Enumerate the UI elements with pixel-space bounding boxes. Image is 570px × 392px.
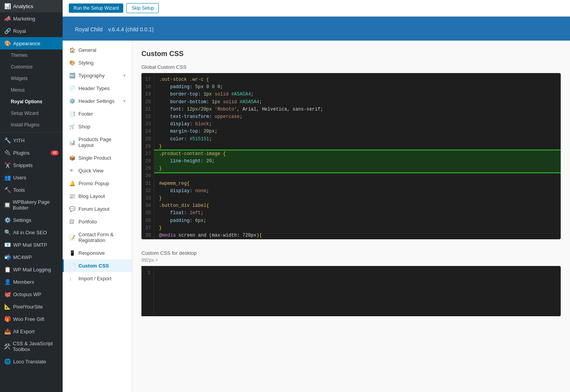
sec-sidebar-promo-popup[interactable]: 🔔 Promo Popup	[63, 177, 132, 190]
sidebar-item-royal-options[interactable]: Royal Options	[0, 96, 63, 107]
topbar: Run the Setup Wizard Skip Setup	[63, 0, 570, 17]
custom-css-icon: 📄	[69, 263, 75, 269]
sidebar-item-widgets[interactable]: Widgets	[0, 73, 63, 84]
line-numbers: 1718192021222324252627282930313233343536…	[141, 73, 154, 239]
sec-sidebar-footer[interactable]: 📑 Footer	[63, 107, 132, 120]
page-title: Royal Child v.6.4.4 (child 0.0.1)	[72, 24, 561, 34]
royal-icon: 🔗	[4, 28, 11, 34]
users-icon: 👥	[4, 174, 11, 181]
tools-icon: 🔨	[4, 187, 11, 193]
sidebar-item-loco-translate[interactable]: 🌐 Loco Translate	[0, 355, 63, 368]
members-icon: 👤	[4, 279, 11, 285]
sidebar-item-pixel-your-site[interactable]: 📐 PixelYourSite	[0, 300, 63, 313]
footer-icon: 📑	[69, 111, 75, 117]
sidebar-item-woo-free-gift[interactable]: 🎁 Woo Free Gift	[0, 313, 63, 325]
code-content[interactable]: .out-stock .wr-c { padding: 5px 0 0 0; b…	[154, 73, 561, 239]
sidebar-item-settings[interactable]: ⚙️ Settings	[0, 214, 63, 226]
mail-logging-icon: 📋	[4, 266, 11, 273]
sec-sidebar-shop[interactable]: 🛒 Shop	[63, 120, 132, 133]
global-css-section: Custom CSS Global Custom CSS 17181920212…	[141, 50, 561, 239]
sidebar-item-all-in-one-seo[interactable]: 🔍 All in One SEO	[0, 226, 63, 239]
sec-sidebar-blog-layout[interactable]: 📰 Blog Layout	[63, 190, 132, 203]
pixel-icon: 📐	[4, 303, 11, 310]
sec-sidebar-single-product[interactable]: 📦 Single Product	[63, 152, 132, 164]
sec-sidebar-responsive[interactable]: 📱 Responsive	[63, 247, 132, 259]
global-css-label: Global Custom CSS	[141, 64, 561, 70]
single-product-icon: 📦	[69, 155, 75, 161]
sidebar-item-tools[interactable]: 🔨 Tools	[0, 184, 63, 196]
blog-layout-icon: 📰	[69, 193, 75, 199]
sidebar-item-setup-wizard[interactable]: Setup Wizard	[0, 107, 63, 119]
sidebar-item-snippets[interactable]: ✂️ Snippets	[0, 159, 63, 171]
sidebar-item-css-js-toolbox[interactable]: 🛠️ CSS & JavaScript Toolbox	[0, 337, 63, 355]
settings-icon: ⚙️	[4, 217, 11, 223]
sec-sidebar-styling[interactable]: 🎨 Styling	[63, 56, 132, 69]
plugins-icon: 🔌	[4, 150, 11, 156]
products-page-icon: 📊	[69, 140, 75, 145]
sec-sidebar-typography[interactable]: 🔤 Typography ▼	[63, 69, 132, 82]
woo-gift-icon: 🎁	[4, 316, 11, 322]
quick-view-icon: 👁	[69, 168, 75, 174]
desktop-css-label: Custom CSS for desktop	[141, 250, 561, 256]
skip-setup-button[interactable]: Skip Setup	[126, 3, 159, 13]
sec-sidebar-import-export[interactable]: ↕ Import / Export	[63, 272, 132, 285]
sidebar-item-octopus-wp[interactable]: 🐙 Octopus WP	[0, 288, 63, 300]
promo-popup-icon: 🔔	[69, 181, 75, 186]
loco-icon: 🌐	[4, 358, 11, 365]
sidebar-item-wp-mail-logging[interactable]: 📋 WP Mail Logging	[0, 263, 63, 276]
sidebar-item-appearance[interactable]: 🎨 Appearance	[0, 37, 63, 49]
desktop-css-sub: 992px +	[141, 257, 561, 263]
sidebar-item-yith[interactable]: 🔧 YITH	[0, 134, 63, 147]
main-panel: Custom CSS Global Custom CSS 17181920212…	[132, 41, 570, 392]
sec-sidebar-forum-layout[interactable]: 💬 Forum Layout	[63, 203, 132, 215]
sidebar-item-all-export[interactable]: 📤 All Export	[0, 325, 63, 337]
sec-sidebar-header-types[interactable]: 📄 Header Types	[63, 82, 132, 95]
mc4wp-icon: 📬	[4, 254, 11, 260]
header-settings-arrow: ▼	[123, 99, 126, 103]
mail-smtp-icon: 📧	[4, 242, 11, 248]
sidebar-separator-1	[0, 132, 63, 133]
typography-icon: 🔤	[69, 73, 75, 78]
header-settings-icon: ⚙️	[69, 98, 75, 104]
general-icon: 🏠	[69, 47, 75, 53]
sec-sidebar-contact-form[interactable]: 📝 Contact Form & Registration	[63, 228, 132, 247]
sec-sidebar-general[interactable]: 🏠 General	[63, 44, 132, 56]
desktop-css-editor[interactable]: 1	[141, 266, 561, 316]
sidebar-item-members[interactable]: 👤 Members	[0, 276, 63, 288]
desktop-code-content[interactable]	[154, 266, 163, 316]
setup-wizard-button[interactable]: Run the Setup Wizard	[69, 3, 123, 13]
sidebar-item-analytics[interactable]: 📊 Analytics	[0, 0, 63, 12]
sidebar: 📊 Analytics 📣 Marketing 🔗 Royal 🎨 Appear…	[0, 0, 63, 392]
sidebar-item-mc4wp[interactable]: 📬 MC4WP	[0, 251, 63, 263]
marketing-icon: 📣	[4, 15, 11, 22]
page-header: Royal Child v.6.4.4 (child 0.0.1)	[63, 17, 570, 41]
sidebar-item-users[interactable]: 👥 Users	[0, 171, 63, 184]
sidebar-item-royal[interactable]: 🔗 Royal	[0, 25, 63, 37]
import-export-icon: ↕	[69, 276, 75, 281]
desktop-css-section: Custom CSS for desktop 992px + 1	[141, 250, 561, 316]
header-types-icon: 📄	[69, 85, 75, 91]
sec-sidebar-custom-css[interactable]: 📄 Custom CSS	[63, 259, 132, 272]
sec-sidebar-portfolio[interactable]: 🖼 Portfolio	[63, 215, 132, 228]
seo-icon: 🔍	[4, 229, 11, 235]
desktop-line-numbers: 1	[141, 266, 154, 316]
snippets-icon: ✂️	[4, 162, 11, 168]
sidebar-item-menus[interactable]: Menus	[0, 84, 63, 96]
sidebar-item-wpbakery[interactable]: 🔲 WPBakery Page Builder	[0, 196, 63, 214]
sidebar-item-customize[interactable]: Customize	[0, 61, 63, 73]
sec-sidebar-quick-view[interactable]: 👁 Quick View	[63, 164, 132, 177]
sidebar-item-themes[interactable]: Themes	[0, 49, 63, 61]
all-export-icon: 📤	[4, 328, 11, 334]
sec-sidebar-header-settings[interactable]: ⚙️ Header Settings ▼	[63, 95, 132, 107]
main-area: Run the Setup Wizard Skip Setup Royal Ch…	[63, 0, 570, 392]
sec-sidebar-products-page-layout[interactable]: 📊 Products Page Layout	[63, 133, 132, 152]
wpbakery-icon: 🔲	[4, 202, 10, 208]
content-area: 🏠 General 🎨 Styling 🔤 Typography ▼ 📄 Hea…	[63, 41, 570, 392]
sidebar-item-plugins[interactable]: 🔌 Plugins 48	[0, 147, 63, 159]
responsive-icon: 📱	[69, 250, 75, 256]
sidebar-item-marketing[interactable]: 📣 Marketing	[0, 12, 63, 25]
styling-icon: 🎨	[69, 60, 75, 66]
sidebar-item-install-plugins[interactable]: Install Plugins	[0, 119, 63, 131]
global-css-editor[interactable]: 1718192021222324252627282930313233343536…	[141, 73, 561, 239]
sidebar-item-wp-mail-smtp[interactable]: 📧 WP Mail SMTP	[0, 239, 63, 251]
